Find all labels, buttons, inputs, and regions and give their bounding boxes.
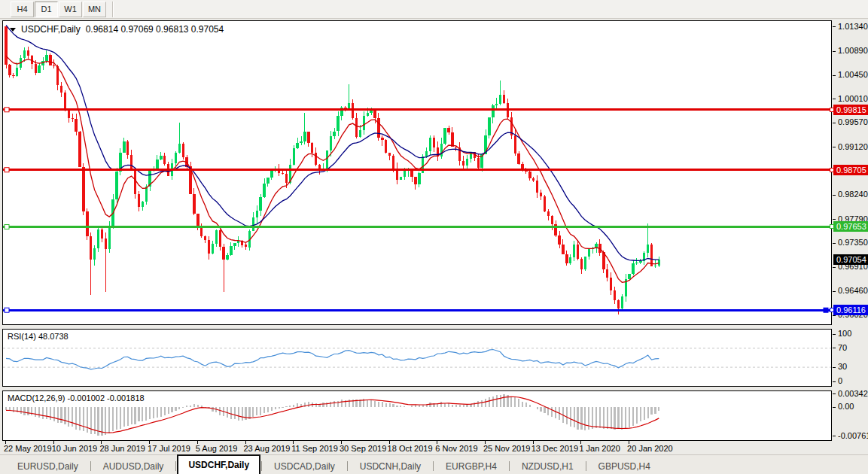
chart-tab-eurusd-daily[interactable]: EURUSD,Daily [6, 458, 90, 474]
time-axis-label: 5 Aug 2019 [196, 444, 238, 453]
chart-tab-usdchf-daily[interactable]: USDCHF,Daily [177, 454, 260, 474]
price-axis-label: 0.99120 [838, 142, 868, 151]
time-axis-label: 10 Jun 2019 [52, 444, 98, 453]
level-axis-handle[interactable] [830, 308, 834, 312]
price-axis-label: 1.00010 [838, 94, 868, 103]
price-axis-tick [833, 219, 836, 220]
price-axis-label: 1.01340 [838, 22, 868, 31]
chart-tab-gbpusd-h4[interactable]: GBPUSD,H4 [587, 458, 662, 474]
horizontal-level-0.96116[interactable] [3, 308, 831, 312]
price-axis-tick [833, 147, 836, 147]
timeframe-toolbar: H4D1W1MN [0, 0, 868, 19]
time-axis[interactable]: 22 May 201910 Jun 201928 Jun 201917 Jul … [2, 442, 832, 454]
tab-separator [261, 461, 262, 471]
time-axis-label: 25 Nov 2019 [483, 444, 530, 453]
rsi-axis-tick [833, 381, 836, 382]
chart-tab-usdcad-daily[interactable]: USDCAD,Daily [263, 458, 346, 474]
current-price-tag: 0.97054 [833, 254, 868, 265]
macd-axis-label: 0.00 [838, 402, 854, 411]
chart-tab-nzdusd-h1[interactable]: NZDUSD,H1 [510, 458, 585, 474]
price-axis-tick [833, 267, 836, 268]
time-axis-label: 22 May 2019 [4, 444, 52, 453]
rsi-indicator-panel[interactable]: RSI(14) 48.0738 [2, 329, 832, 387]
level-price-tag: 0.96116 [833, 305, 868, 315]
price-axis-label: 0.99570 [838, 117, 868, 126]
level-price-tag: 0.99815 [833, 105, 868, 115]
time-axis-label: 30 Sep 2019 [340, 444, 386, 453]
chart-tab-audusd-daily[interactable]: AUDUSD,Daily [92, 458, 175, 474]
price-axis-tick [833, 51, 836, 52]
price-axis-tick [833, 291, 836, 292]
price-axis-tick [833, 123, 836, 123]
macd-axis-tick [833, 407, 836, 408]
chart-title: USDCHF,Daily 0.96814 0.97069 0.96813 0.9… [10, 24, 224, 35]
tab-separator [175, 461, 176, 471]
horizontal-level-0.99815[interactable] [3, 108, 831, 112]
rsi-axis-tick [833, 348, 836, 348]
level-axis-handle[interactable] [830, 168, 834, 172]
price-axis-label: 0.98240 [838, 190, 868, 199]
level-handle-left[interactable] [5, 224, 9, 229]
time-axis-label: 23 Aug 2019 [244, 444, 291, 453]
time-axis-label: 13 Dec 2019 [531, 444, 578, 453]
time-axis-label: 18 Oct 2019 [388, 444, 433, 453]
price-axis-tick [833, 75, 836, 76]
tab-separator [586, 461, 586, 471]
time-axis-label: 28 Jun 2019 [99, 444, 145, 453]
chart-tab-eurgbp-h4[interactable]: EURGBP,H4 [434, 458, 508, 474]
chart-tab-usdcnh-daily[interactable]: USDCNH,Daily [349, 458, 432, 474]
price-axis-tick [833, 195, 836, 196]
chart-ohlc-values: 0.96814 0.97069 0.96813 0.97054 [86, 24, 224, 35]
macd-axis-label: 0.003428 [838, 389, 868, 398]
rsi-axis-label: 70 [838, 343, 847, 352]
price-axis-label: 1.00450 [838, 70, 868, 79]
timeframe-button-mn[interactable]: MN [83, 2, 106, 17]
level-handle-left[interactable] [5, 108, 9, 112]
price-chart-panel[interactable]: USDCHF,Daily 0.96814 0.97069 0.96813 0.9… [2, 20, 832, 325]
timeframe-button-d1[interactable]: D1 [35, 2, 58, 17]
tab-separator [90, 461, 91, 471]
tab-separator [433, 461, 434, 471]
rsi-axis-label: 100 [838, 329, 851, 338]
rsi-axis-tick [833, 334, 836, 335]
price-axis-tick [833, 26, 836, 27]
time-axis-label: 6 Nov 2019 [435, 444, 477, 453]
level-axis-handle[interactable] [830, 224, 834, 229]
rsi-title: RSI(14) 48.0738 [8, 332, 69, 341]
rsi-axis: 10070300 [833, 330, 868, 386]
timeframe-button-w1[interactable]: W1 [59, 2, 82, 17]
time-axis-label: 20 Jan 2020 [627, 444, 673, 453]
rsi-axis-tick [833, 367, 836, 368]
price-axis[interactable]: 1.013401.008901.004501.000100.995700.991… [833, 21, 868, 324]
macd-axis: 0.0034280.00-0.007615 [833, 391, 868, 440]
level-handle-left[interactable] [5, 168, 9, 172]
timeframe-button-group: H4D1W1MN [11, 2, 107, 17]
tab-separator [347, 461, 348, 471]
level-handle-left[interactable] [5, 308, 9, 312]
time-axis-label: 17 Jul 2019 [148, 444, 190, 453]
chart-tab-bar: EURUSD,DailyAUDUSD,DailyUSDCHF,DailyUSDC… [0, 454, 868, 474]
timeframe-button-h4[interactable]: H4 [11, 2, 34, 17]
rsi-axis-label: 30 [838, 362, 847, 371]
rsi-canvas[interactable] [3, 330, 831, 386]
tab-separator [509, 461, 510, 471]
price-axis-tick [833, 243, 836, 244]
macd-indicator-panel[interactable]: MACD(12,26,9) -0.001002 -0.001818 [2, 390, 832, 441]
level-price-tag: 0.97653 [833, 221, 868, 232]
chart-symbol-label: USDCHF,Daily [21, 24, 81, 35]
level-handle-right[interactable] [824, 308, 828, 312]
macd-axis-tick [833, 393, 836, 394]
level-price-tag: 0.98705 [833, 165, 868, 175]
time-axis-label: 1 Jan 2020 [579, 444, 620, 453]
price-axis-label: 0.97350 [838, 238, 868, 247]
level-axis-handle[interactable] [830, 108, 834, 112]
price-axis-tick [833, 99, 836, 99]
price-chart-canvas[interactable] [3, 21, 831, 324]
macd-axis-tick [833, 436, 836, 436]
horizontal-level-0.97653[interactable] [3, 224, 831, 229]
macd-title: MACD(12,26,9) -0.001002 -0.001818 [8, 393, 145, 403]
toolbar-separator [112, 2, 114, 17]
time-axis-label: 11 Sep 2019 [291, 444, 338, 453]
symbol-dropdown-icon[interactable] [10, 28, 16, 32]
rsi-line [6, 350, 659, 369]
